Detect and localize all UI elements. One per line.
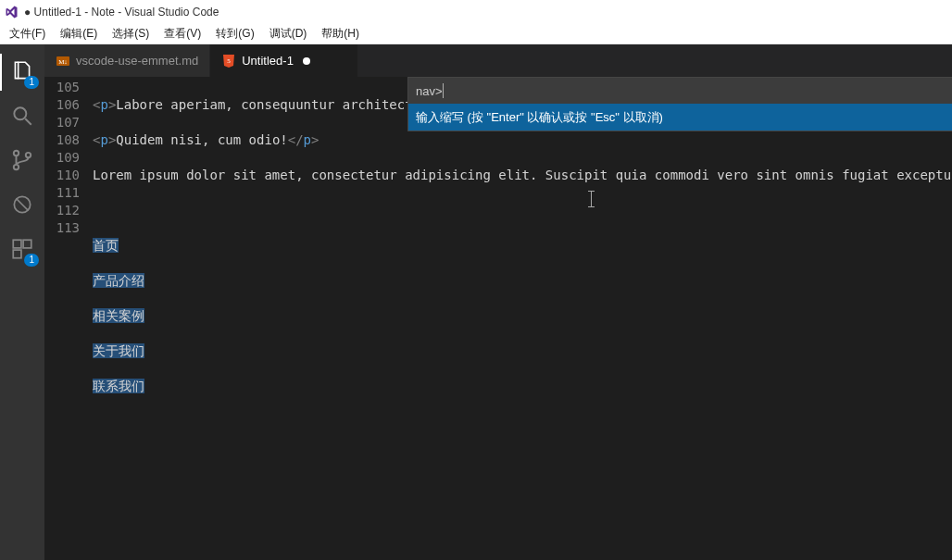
svg-text:5: 5 xyxy=(227,57,231,65)
editor-group: M↓ vscode-use-emmet.md 5 Untitled-1 105 … xyxy=(44,44,952,560)
emmet-abbr-hint: 输入缩写 (按 "Enter" 以确认或按 "Esc" 以取消) xyxy=(408,104,952,131)
emmet-abbr-value: nav> xyxy=(416,82,443,100)
svg-rect-9 xyxy=(13,250,21,258)
emmet-abbr-popup: nav> 输入缩写 (按 "Enter" 以确认或按 "Esc" 以取消) xyxy=(407,77,952,131)
line-number: 111 xyxy=(44,184,80,202)
menu-debug[interactable]: 调试(D) xyxy=(262,24,315,44)
html-file-icon: 5 xyxy=(221,54,236,68)
dirty-indicator-icon xyxy=(303,57,310,65)
activitybar: 1 1 xyxy=(0,44,44,560)
svg-point-3 xyxy=(14,164,19,168)
svg-rect-7 xyxy=(13,240,21,248)
code-text: Lorem ipsum dolor sit amet, consectetur … xyxy=(93,168,952,182)
activity-debug[interactable] xyxy=(0,183,44,228)
line-number: 110 xyxy=(44,167,80,184)
code-token: p xyxy=(100,97,107,112)
code-text: 相关案例 xyxy=(93,308,144,323)
emmet-abbr-input[interactable]: nav> xyxy=(408,78,952,104)
svg-line-6 xyxy=(17,198,29,210)
svg-rect-8 xyxy=(23,240,31,248)
line-number: 109 xyxy=(44,149,80,167)
line-number: 107 xyxy=(44,114,80,131)
tabbar: M↓ vscode-use-emmet.md 5 Untitled-1 xyxy=(44,44,952,77)
code-token: p xyxy=(100,132,107,147)
window-title-text: ● Untitled-1 - Note - Visual Studio Code xyxy=(24,6,219,19)
code-area[interactable]: <p>Labore aperiam, consequuntur architec… xyxy=(93,77,952,560)
code-text: 联系我们 xyxy=(93,379,144,393)
svg-text:M↓: M↓ xyxy=(58,58,68,66)
code-text: Quidem nisi, cum odio! xyxy=(116,132,287,147)
tab-vscode-use-emmet[interactable]: M↓ vscode-use-emmet.md xyxy=(44,44,210,77)
window-titlebar: ● Untitled-1 - Note - Visual Studio Code xyxy=(0,0,952,24)
extensions-badge: 1 xyxy=(24,254,39,267)
menubar: 文件(F) 编辑(E) 选择(S) 查看(V) 转到(G) 调试(D) 帮助(H… xyxy=(0,24,952,44)
menu-file[interactable]: 文件(F) xyxy=(2,24,53,44)
line-number: 106 xyxy=(44,96,80,114)
menu-goto[interactable]: 转到(G) xyxy=(208,24,261,44)
code-text: 关于我们 xyxy=(93,343,144,358)
bug-icon xyxy=(10,193,34,219)
svg-point-4 xyxy=(26,152,31,156)
activity-scm[interactable] xyxy=(0,139,44,183)
code-token: p xyxy=(304,132,311,147)
line-number: 112 xyxy=(44,202,80,219)
menu-view[interactable]: 查看(V) xyxy=(157,24,208,44)
tab-label: Untitled-1 xyxy=(242,54,294,68)
editor-body[interactable]: 105 106 107 108 109 110 111 112 113 <p>L… xyxy=(44,77,952,560)
explorer-badge: 1 xyxy=(24,76,39,89)
activity-search[interactable] xyxy=(0,94,44,139)
menu-edit[interactable]: 编辑(E) xyxy=(53,24,105,44)
search-icon xyxy=(10,104,34,131)
line-number: 108 xyxy=(44,131,80,149)
input-caret-icon xyxy=(443,83,444,98)
svg-point-0 xyxy=(14,107,26,119)
vscode-logo-icon xyxy=(4,5,19,19)
activity-extensions[interactable]: 1 xyxy=(0,228,44,272)
git-branch-icon xyxy=(10,148,34,175)
activity-explorer[interactable]: 1 xyxy=(0,50,44,94)
menu-help[interactable]: 帮助(H) xyxy=(314,24,367,44)
line-number: 105 xyxy=(44,79,80,96)
code-text: Labore aperiam, consequuntur architecto xyxy=(116,97,420,112)
markdown-file-icon: M↓ xyxy=(56,54,70,68)
code-text: 产品介绍 xyxy=(93,273,144,288)
line-gutter: 105 106 107 108 109 110 111 112 113 xyxy=(44,77,93,560)
svg-point-2 xyxy=(14,150,19,155)
code-token: </ xyxy=(288,132,304,147)
svg-line-1 xyxy=(25,118,31,125)
code-text: 首页 xyxy=(93,238,119,253)
line-number: 113 xyxy=(44,219,80,237)
tab-label: vscode-use-emmet.md xyxy=(76,54,198,68)
code-token: > xyxy=(311,132,319,147)
menu-select[interactable]: 选择(S) xyxy=(105,24,157,44)
tab-untitled-1[interactable]: 5 Untitled-1 xyxy=(210,44,358,77)
